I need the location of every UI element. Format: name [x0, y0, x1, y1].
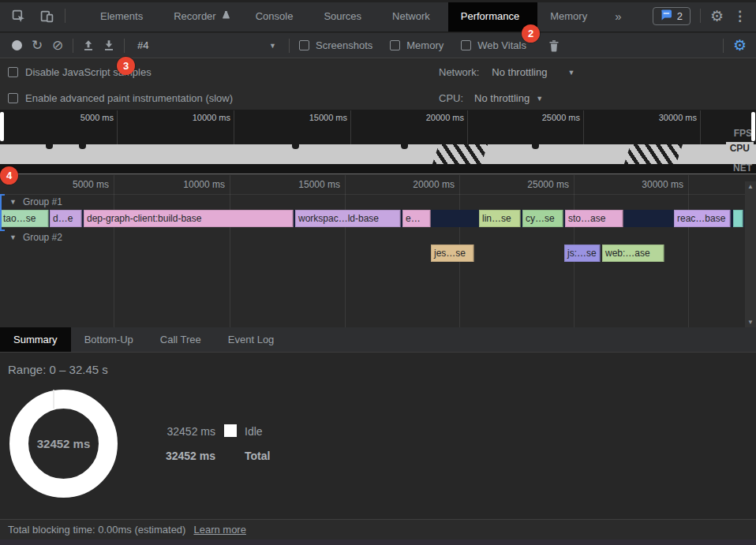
panel-tab[interactable]: Recorder [161, 0, 242, 32]
flame-bar[interactable]: cy…se [522, 210, 563, 227]
scroll-up-icon[interactable]: ▲ [747, 183, 754, 190]
group-2-label: Group #2 [23, 232, 62, 243]
save-profile-icon[interactable] [99, 35, 119, 56]
flame-bar[interactable]: sto…ase [565, 210, 623, 227]
flame-bar-label: lin…se [482, 213, 511, 224]
scroll-down-icon[interactable]: ▼ [747, 319, 754, 326]
panel-tab-label: Recorder [174, 10, 215, 22]
flame-bar[interactable]: dep-graph-client:build-base [84, 210, 294, 227]
annotation-badge: 2 [522, 24, 540, 43]
flame-bar-label: tao…se [3, 213, 36, 224]
checkbox-box[interactable] [8, 67, 18, 77]
settings-gear-icon[interactable]: ⚙ [710, 9, 724, 24]
checkbox-box[interactable] [299, 40, 309, 50]
panel-tab[interactable]: Network [380, 0, 448, 32]
total-blocking-time-text: Total blocking time: 0.00ms (estimated) [8, 524, 185, 536]
cpu-throttling-value[interactable]: No throttling [474, 92, 530, 104]
details-tabbar: Summary Bottom-Up Call Tree Event Log [0, 327, 756, 353]
capture-settings-pane: Disable JavaScript samples Enable advanc… [0, 59, 756, 110]
cpu-row-label: CPU [726, 142, 754, 155]
divider [65, 9, 65, 23]
group-1-label: Group #1 [23, 196, 62, 207]
panel-tab-label: Sources [324, 10, 361, 22]
legend-total-value: 32452 ms [162, 450, 215, 462]
annotation-badge: 3 [117, 57, 135, 75]
flame-bar[interactable]: workspac…ld-base [295, 210, 401, 227]
flame-bar[interactable]: reac…base [674, 210, 731, 227]
ruler-divider [0, 194, 756, 195]
toolbar-checkboxes: Screenshots Memory Web Vitals [299, 39, 544, 51]
details-tab[interactable]: Event Log [215, 327, 288, 352]
flame-chart[interactable]: 5000 ms 10000 ms 15000 ms 20000 ms [0, 175, 756, 327]
checkbox-box[interactable] [390, 40, 400, 50]
network-throttling-label: Network: [439, 66, 479, 78]
status-footer: Total blocking time: 0.00ms (estimated) … [0, 519, 756, 539]
performance-toolbar: ↻ ⊘ #4 ▼ Screenshots Memory [0, 33, 756, 58]
flame-bar[interactable]: e… [402, 210, 431, 227]
flame-bar-label: dep-graph-client:build-base [87, 213, 201, 224]
device-toolbar-icon[interactable] [36, 6, 57, 26]
capture-settings-gear-icon[interactable]: ⚙ [733, 38, 747, 53]
collapse-triangle-icon[interactable]: ▼ [9, 198, 17, 206]
details-tab[interactable]: Call Tree [147, 327, 215, 352]
panel-tab-label: Performance [461, 10, 519, 22]
flame-bar[interactable]: jes…se [431, 245, 474, 262]
overview-left-handle[interactable] [0, 112, 4, 141]
reload-and-record-button[interactable]: ↻ [27, 35, 47, 56]
learn-more-link[interactable]: Learn more [193, 524, 245, 536]
panel-tab[interactable]: Sources [311, 0, 380, 32]
toolbar-checkbox[interactable]: Web Vitals [461, 39, 526, 51]
tabbar-right-controls: 2 ⚙ ⋮ [653, 0, 756, 32]
tick-label: 30000 ms [659, 113, 697, 122]
divider [289, 39, 290, 53]
flame-bar[interactable] [733, 210, 743, 227]
tick-label: 5000 ms [73, 179, 109, 190]
collapse-triangle-icon[interactable]: ▼ [9, 233, 17, 241]
group-2-header[interactable]: ▼ Group #2 [9, 232, 62, 243]
checkbox-box[interactable] [8, 93, 18, 103]
network-throttling-value[interactable]: No throttling [492, 66, 547, 78]
more-tabs-button[interactable]: » [605, 0, 631, 32]
chevron-down-icon[interactable]: ▼ [536, 95, 543, 103]
flame-bar[interactable]: js:…se [564, 245, 601, 262]
details-tab[interactable]: Summary [0, 327, 71, 352]
clear-button[interactable]: ⊘ [47, 35, 68, 56]
cpu-hatch-region [432, 144, 488, 164]
details-tab[interactable]: Bottom-Up [71, 327, 147, 352]
chat-bubble-icon [661, 9, 672, 23]
toolbar-checkbox[interactable]: Memory [390, 39, 443, 51]
garbage-collect-icon[interactable] [544, 35, 564, 56]
net-row-background [0, 164, 756, 174]
kebab-menu-icon[interactable]: ⋮ [733, 9, 747, 23]
checkbox-label: Web Vitals [477, 39, 526, 51]
legend-idle-label: Idle [245, 425, 263, 438]
panel-tab-label: Network [392, 10, 430, 22]
load-profile-icon[interactable] [78, 35, 99, 56]
session-history-select[interactable]: #4 ▼ [129, 33, 284, 58]
panel-tab[interactable]: Console [243, 0, 312, 32]
flame-bar-label: reac…base [677, 213, 725, 224]
chevron-down-icon[interactable]: ▼ [567, 69, 574, 77]
panel-tab-label: Memory [550, 10, 587, 22]
vertical-scrollbar[interactable]: ▲ ▼ [745, 181, 756, 327]
record-button[interactable] [6, 35, 27, 56]
flame-bar[interactable]: tao…se [0, 210, 49, 227]
timeline-overview[interactable]: 5000 ms 10000 ms 15000 ms 20000 ms [0, 110, 756, 174]
flame-bar[interactable]: d…e [50, 210, 82, 227]
tick-label: 20000 ms [426, 113, 464, 122]
issues-counter-button[interactable]: 2 [653, 7, 691, 25]
settings-checkbox[interactable]: Enable advanced paint instrumentation (s… [8, 92, 233, 104]
panel-tab[interactable]: Elements [88, 0, 161, 32]
chevron-down-icon: ▼ [269, 42, 276, 50]
tick-label: 25000 ms [542, 113, 580, 122]
inspect-element-icon[interactable] [8, 6, 28, 26]
flame-bar[interactable]: lin…se [479, 210, 521, 227]
panel-tab[interactable]: Memory [537, 0, 605, 32]
summary-pane: Range: 0 – 32.45 s 32452 ms 32452 ms Idl… [0, 353, 756, 519]
flame-bar[interactable]: web:…ase [602, 245, 664, 262]
group-1-header[interactable]: ▼ Group #1 [9, 196, 62, 207]
toolbar-checkbox[interactable]: Screenshots [299, 39, 372, 51]
checkbox-box[interactable] [461, 40, 471, 50]
checkbox-label: Memory [406, 39, 443, 51]
overview-right-handle[interactable] [751, 112, 755, 141]
